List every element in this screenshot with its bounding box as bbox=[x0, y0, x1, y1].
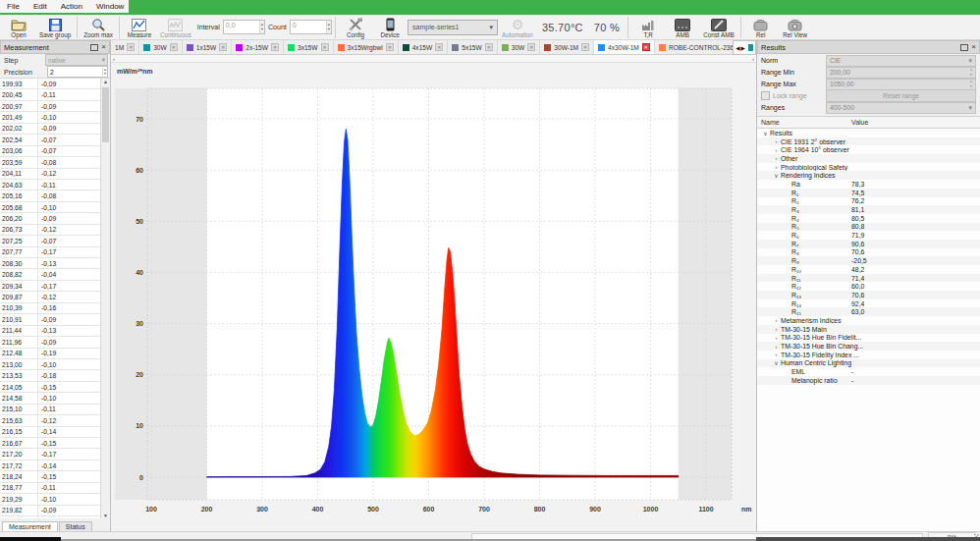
tree-row[interactable]: EML- bbox=[757, 367, 980, 376]
table-row[interactable]: 205,16-0,08 bbox=[0, 190, 101, 201]
tab-close-icon[interactable]: × bbox=[170, 43, 178, 51]
tree-row[interactable]: ›Photobiological Safety bbox=[757, 163, 980, 172]
device-button[interactable]: Device bbox=[373, 15, 407, 39]
series-select[interactable]: sample-series1 ▾ bbox=[408, 20, 498, 35]
lock-range-option[interactable]: Lock range bbox=[761, 91, 826, 100]
table-row[interactable]: 214,05-0,15 bbox=[0, 382, 101, 393]
range-max-spin-arrows[interactable]: ▴▾ bbox=[970, 80, 972, 87]
tree-row[interactable]: R₁₂60,0 bbox=[757, 282, 980, 291]
precision-spinbox[interactable]: 2 ▴▾ bbox=[47, 66, 108, 78]
continuous-button[interactable]: Continuous bbox=[157, 15, 194, 39]
menu-action[interactable]: Action bbox=[54, 0, 89, 13]
scroll-down-icon[interactable]: ▼ bbox=[103, 513, 108, 518]
series-tab[interactable]: 5x15W× bbox=[448, 40, 498, 54]
table-row[interactable]: 207,77-0,17 bbox=[0, 247, 101, 258]
tree-row[interactable]: R₁₅63,0 bbox=[757, 307, 980, 316]
tree-expander-icon[interactable]: › bbox=[772, 317, 781, 323]
tab-measurement[interactable]: Measurement bbox=[2, 521, 58, 531]
table-row[interactable]: 204,63-0,11 bbox=[0, 180, 101, 190]
tree-expander-icon[interactable]: › bbox=[772, 352, 781, 357]
tree-row[interactable]: R₂76,2 bbox=[757, 197, 980, 206]
count-spinbox[interactable]: 0 ▴▾ bbox=[290, 20, 332, 34]
range-max-spinbox[interactable]: 1050,00 ▴▾ bbox=[826, 79, 976, 90]
table-row[interactable]: 210,91-0,09 bbox=[0, 314, 101, 325]
table-row[interactable]: 205,68-0,10 bbox=[0, 202, 101, 213]
tree-expander-icon[interactable]: ∨ bbox=[772, 172, 781, 179]
tree-row[interactable]: ›TM-30-15 Hue Bin Fidelit... bbox=[757, 334, 980, 343]
table-row[interactable]: 203,59-0,08 bbox=[0, 157, 101, 168]
interval-spinbox[interactable]: 0,0 ▴▾ bbox=[223, 20, 265, 34]
tree-row[interactable]: R₁74,5 bbox=[757, 189, 980, 197]
chart-scrollbar[interactable]: ‹ › bbox=[111, 55, 756, 63]
tree-row[interactable]: ∨Results bbox=[757, 129, 980, 137]
tree-row[interactable]: R₃81,1 bbox=[757, 205, 980, 214]
series-tab[interactable]: 3x15W× bbox=[284, 40, 334, 54]
tab-scroll-left-icon[interactable]: ◀ bbox=[735, 45, 739, 51]
norm-select[interactable]: CIE ▾ bbox=[826, 55, 976, 67]
range-min-spin-arrows[interactable]: ▴▾ bbox=[970, 68, 972, 76]
table-row[interactable]: 215,10-0,11 bbox=[0, 405, 101, 415]
tree-row[interactable]: ›Other bbox=[757, 154, 980, 163]
series-tab[interactable]: ROBE-CONTROL-236-× bbox=[655, 40, 733, 54]
tree-row[interactable]: Ra78,3 bbox=[757, 180, 980, 189]
tree-row[interactable]: R₇90,6 bbox=[757, 240, 980, 248]
table-row[interactable]: 202,02-0,09 bbox=[0, 124, 101, 135]
series-tab[interactable]: 2x-15W× bbox=[232, 40, 284, 54]
tree-expander-icon[interactable]: ∨ bbox=[772, 359, 781, 366]
tree-row[interactable]: R₁₁71,4 bbox=[757, 274, 980, 283]
tree-row[interactable]: R₄80,5 bbox=[757, 214, 980, 223]
table-scrollbar[interactable]: ▲ ▼ bbox=[100, 79, 110, 518]
tab-close-icon[interactable]: × bbox=[642, 43, 650, 51]
table-row[interactable]: 220,34-0,22 bbox=[0, 516, 101, 518]
tree-row[interactable]: ›TM-30-15 Main bbox=[757, 325, 980, 334]
tr-button[interactable]: T,R bbox=[631, 15, 665, 39]
table-row[interactable]: 211,44-0,13 bbox=[0, 326, 101, 337]
table-row[interactable]: 200,97-0,09 bbox=[0, 101, 101, 112]
range-min-spinbox[interactable]: 200,00 ▴▾ bbox=[826, 67, 976, 79]
series-tab[interactable]: 30W× bbox=[498, 40, 541, 54]
series-tab[interactable]: 1x15W× bbox=[183, 40, 233, 54]
table-row[interactable]: 218,24-0,15 bbox=[0, 471, 101, 482]
table-row[interactable]: 208,30-0,13 bbox=[0, 258, 101, 269]
series-tab[interactable]: 4x15W× bbox=[399, 40, 449, 54]
series-tab[interactable]: 3x15Wrgbwl× bbox=[334, 40, 399, 54]
automation-button[interactable]: ⚙ Automation bbox=[499, 15, 536, 39]
table-row[interactable]: 215,63-0,12 bbox=[0, 415, 101, 426]
table-row[interactable]: 218,77-0,11 bbox=[0, 483, 101, 494]
float-window-icon[interactable] bbox=[960, 44, 968, 51]
table-row[interactable]: 204,11-0,12 bbox=[0, 169, 101, 180]
tree-row[interactable]: Melanopic ratio- bbox=[757, 376, 980, 385]
rel-button[interactable]: Rel bbox=[744, 15, 778, 39]
scroll-left-icon[interactable]: ‹ bbox=[113, 56, 115, 62]
table-row[interactable]: 206,73-0,12 bbox=[0, 225, 101, 236]
tree-expander-icon[interactable]: › bbox=[772, 138, 781, 144]
tab-close-icon[interactable]: × bbox=[127, 43, 135, 51]
table-row[interactable]: 219,29-0,10 bbox=[0, 494, 101, 505]
ranges-select[interactable]: 400-500 ▾ bbox=[826, 102, 976, 114]
menu-edit[interactable]: Edit bbox=[27, 0, 54, 13]
table-row[interactable]: 209,34-0,17 bbox=[0, 281, 101, 292]
const-amb-button[interactable]: Const AMB bbox=[700, 15, 737, 39]
table-row[interactable]: 206,20-0,09 bbox=[0, 213, 101, 224]
tab-close-icon[interactable]: × bbox=[435, 43, 443, 51]
scroll-up-icon[interactable]: ▲ bbox=[103, 79, 108, 84]
amb-button[interactable]: AMB bbox=[666, 15, 699, 39]
table-row[interactable]: 199,93-0,09 bbox=[0, 79, 101, 89]
table-row[interactable]: 213,00-0,10 bbox=[0, 359, 101, 370]
table-row[interactable]: 208,82-0,04 bbox=[0, 269, 101, 280]
tree-row[interactable]: R₁₄92,4 bbox=[757, 299, 980, 308]
tree-row[interactable]: R₅80,8 bbox=[757, 223, 980, 232]
tab-scroll-buttons[interactable]: ◀ ▶ bbox=[733, 40, 756, 55]
precision-spin-arrows[interactable]: ▴▾ bbox=[102, 68, 107, 76]
tree-row[interactable]: ∨Human Centric Lighting bbox=[757, 359, 980, 368]
measure-button[interactable]: Measure bbox=[123, 15, 156, 39]
table-row[interactable]: 211,96-0,09 bbox=[0, 337, 101, 348]
close-icon[interactable]: × bbox=[971, 43, 976, 51]
table-row[interactable]: 213,53-0,18 bbox=[0, 370, 101, 381]
tree-expander-icon[interactable]: ∨ bbox=[761, 130, 770, 136]
table-row[interactable]: 203,06-0,07 bbox=[0, 146, 101, 157]
table-row[interactable]: 210,39-0,16 bbox=[0, 303, 101, 314]
config-button[interactable]: Config bbox=[339, 15, 372, 39]
tree-row[interactable]: ›CIE 1964 10° observer bbox=[757, 145, 980, 154]
tree-row[interactable]: R₁₀48,2 bbox=[757, 265, 980, 274]
